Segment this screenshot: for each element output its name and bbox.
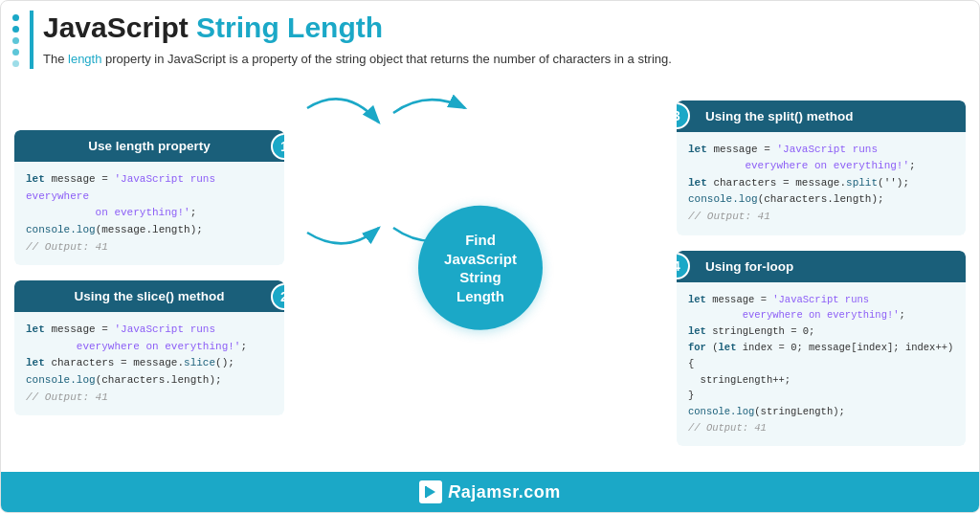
- card-3: 3 Using the split() method let message =…: [677, 100, 966, 235]
- card-2-badge: 2: [271, 283, 284, 310]
- svg-rect-3: [425, 486, 427, 498]
- card-4-badge: 4: [677, 253, 690, 279]
- card-1-badge: 1: [271, 133, 284, 160]
- card-3-body: let message = 'JavaScript runs everywher…: [677, 132, 966, 235]
- dot-5: [12, 60, 19, 67]
- title-black: JavaScript: [43, 11, 189, 43]
- card-4-body: let message = 'JavaScript runs everywher…: [677, 282, 966, 446]
- title-cyan: String Length: [196, 11, 383, 43]
- footer-domain: ajamsr.com: [461, 482, 561, 502]
- highlight-word: length: [68, 52, 101, 66]
- dot-2: [12, 26, 19, 33]
- card-2-title: Using the slice() method: [75, 289, 225, 303]
- card-2-body: let message = 'JavaScript runs everywher…: [14, 312, 284, 415]
- card-2-header: Using the slice() method 2: [14, 280, 284, 312]
- footer-text: Rajamsr.com: [448, 482, 561, 502]
- dot-1: [12, 14, 19, 21]
- center-circle: FindJavaScriptStringLength: [418, 206, 543, 330]
- dot-4: [12, 49, 19, 56]
- card-1-body: let message = 'JavaScript runs everywher…: [14, 162, 284, 265]
- card-4-header: 4 Using for-loop: [677, 251, 966, 282]
- main-container: JavaScript String Length The length prop…: [0, 0, 980, 513]
- card-3-badge: 3: [677, 102, 690, 129]
- card-3-title: Using the split() method: [705, 109, 854, 123]
- card-1: Use length property 1 let message = 'Jav…: [14, 130, 284, 265]
- logo-icon: [423, 484, 438, 500]
- card-1-title: Use length property: [88, 139, 211, 153]
- page-title: JavaScript String Length: [43, 11, 964, 45]
- card-1-header: Use length property 1: [14, 130, 284, 162]
- dot-3: [12, 37, 19, 44]
- card-2: Using the slice() method 2 let message =…: [14, 280, 284, 415]
- card-4-title: Using for-loop: [705, 259, 793, 274]
- center-circle-text: FindJavaScriptStringLength: [444, 231, 517, 305]
- card-3-header: 3 Using the split() method: [677, 100, 966, 132]
- footer: Rajamsr.com: [1, 472, 979, 512]
- card-4: 4 Using for-loop let message = 'JavaScri…: [677, 251, 966, 446]
- description: The length property in JavaScript is a p…: [43, 50, 964, 69]
- footer-logo: [419, 480, 442, 503]
